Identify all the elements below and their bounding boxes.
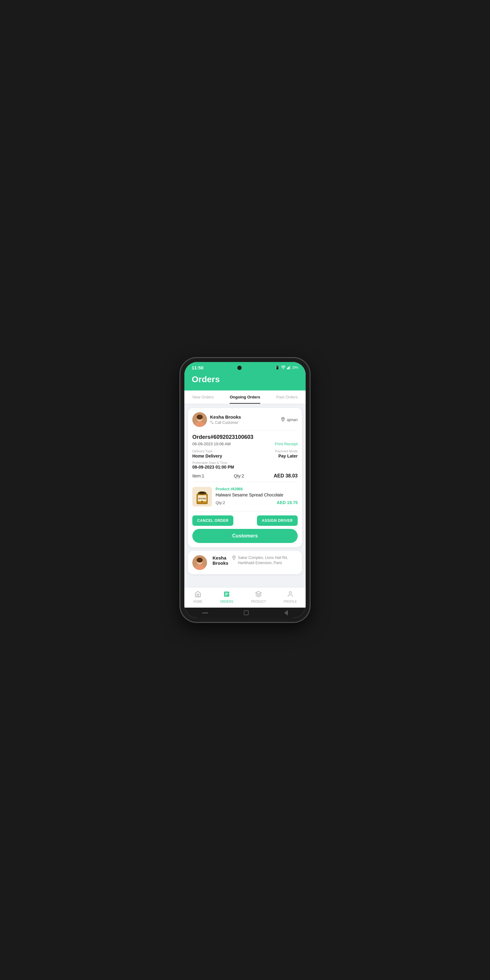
second-location-text: Sakar Complex, Lions Hall Rd, Haribhakti…: [238, 555, 298, 566]
action-buttons: CANCEL ORDER ASSIGN DRIVER: [192, 515, 298, 526]
svg-rect-0: [287, 368, 288, 369]
preferable-label: Preferable Date & Time: [192, 461, 298, 465]
svg-point-7: [197, 415, 203, 420]
android-back-btn[interactable]: [284, 610, 288, 616]
customer-location: ajman: [280, 417, 298, 423]
print-receipt-button[interactable]: Print Receipt: [275, 442, 298, 446]
customer-info: Kesha Brooks Call Customer: [210, 414, 241, 425]
second-order-card: Kesha Brooks Sakar Complex, Lions Hall R…: [188, 551, 302, 574]
order-date: 06-09-2023 10:06 AM: [192, 442, 231, 446]
delivery-payment-row: Delivery Type Home Delivery Payment Mode…: [192, 449, 298, 458]
product-details: Product #63966 Halwani Sesame Spread Cho…: [216, 487, 298, 505]
app-header: Orders: [185, 372, 305, 390]
order-card: Kesha Brooks Call Customer: [188, 408, 302, 547]
payment-mode-label: Payment Mode: [275, 449, 298, 453]
product-icon: [255, 591, 262, 599]
order-number: Orders#6092023100603: [192, 434, 298, 441]
delivery-type-value: Home Delivery: [192, 453, 222, 458]
product-name: Halwani Sesame Spread Chocolate: [216, 492, 298, 498]
product-price: AED 19.75: [277, 500, 298, 505]
preferable-value: 08-09-2023 01:00 PM: [192, 465, 298, 469]
svg-point-14: [201, 501, 203, 503]
second-customer-name: Kesha Brooks: [213, 555, 229, 566]
total-amount: AED 38.03: [274, 473, 298, 479]
tabs-bar: New Orders Ongoing Orders Past Orders: [185, 390, 305, 404]
payment-block: Payment Mode Pay Later: [275, 449, 298, 458]
location-pin-icon: [280, 417, 285, 423]
svg-rect-20: [225, 593, 228, 593]
svg-rect-3: [290, 366, 290, 369]
second-location-pin-icon: [232, 555, 236, 562]
svg-text:SESAME: SESAME: [198, 498, 206, 500]
summary-row: Item:1 Qty:2 AED 38.03: [192, 473, 298, 479]
qty-count: Qty:2: [234, 474, 244, 478]
phone-frame: 11:50 📳 29%: [181, 358, 309, 622]
order-meta-row: 06-09-2023 10:06 AM Print Receipt: [192, 442, 298, 446]
nav-orders[interactable]: ORDERS: [220, 591, 233, 603]
android-menu-btn[interactable]: [202, 612, 208, 613]
assign-driver-button[interactable]: ASSIGN DRIVER: [257, 515, 298, 526]
status-icons: 📳 29%: [275, 366, 298, 370]
android-home-btn[interactable]: [244, 610, 249, 615]
call-customer-label: Call Customer: [215, 420, 238, 425]
svg-point-18: [197, 558, 203, 563]
product-qty-price: Qty:2 AED 19.75: [216, 500, 298, 505]
home-icon: [194, 591, 201, 599]
phone-icon: [210, 420, 214, 425]
profile-icon: [287, 591, 294, 599]
battery-icon: 29%: [292, 366, 298, 369]
orders-icon: [223, 591, 230, 599]
status-bar: 11:50 📳 29%: [185, 362, 305, 372]
customer-city: ajman: [287, 417, 298, 422]
content-area: Kesha Brooks Call Customer: [185, 404, 305, 587]
product-image: SESAME: [192, 487, 212, 506]
divider-1: [192, 482, 298, 482]
preview-customer-row: Kesha Brooks Sakar Complex, Lions Hall R…: [192, 555, 298, 570]
status-time: 11:50: [192, 365, 204, 370]
phone-screen: 11:50 📳 29%: [185, 362, 305, 618]
svg-rect-22: [225, 595, 227, 596]
nav-profile[interactable]: PROFILE: [283, 591, 297, 603]
avatar: [192, 412, 207, 427]
vibrate-icon: 📳: [275, 366, 280, 370]
profile-label: PROFILE: [283, 600, 297, 603]
svg-rect-2: [289, 366, 290, 369]
signal-icon: [287, 366, 291, 370]
product-id: Product #63966: [216, 487, 298, 491]
customer-name: Kesha Brooks: [210, 414, 241, 420]
svg-rect-1: [288, 367, 288, 369]
customers-button[interactable]: Customers: [192, 529, 298, 543]
product-label: PRODUCT: [251, 600, 266, 603]
customer-left: Kesha Brooks Call Customer: [192, 412, 241, 427]
payment-mode-value: Pay Later: [278, 453, 298, 458]
cancel-order-button[interactable]: CANCEL ORDER: [192, 515, 233, 526]
second-avatar: [192, 555, 207, 570]
nav-home[interactable]: HOME: [193, 591, 202, 603]
camera-notch: [237, 366, 242, 370]
preferable-row: Preferable Date & Time 08-09-2023 01:00 …: [192, 461, 298, 469]
svg-marker-23: [256, 591, 261, 594]
tab-past-orders[interactable]: Past Orders: [276, 395, 298, 404]
svg-point-24: [289, 592, 291, 594]
svg-rect-12: [200, 492, 205, 493]
call-row[interactable]: Call Customer: [210, 420, 241, 425]
product-qty: Qty:2: [216, 500, 225, 505]
item-count: Item:1: [192, 474, 204, 478]
tab-new-orders[interactable]: New Orders: [192, 395, 213, 404]
customer-row: Kesha Brooks Call Customer: [192, 412, 298, 431]
product-item: SESAME Product #63966 Halwani Sesame Spr…: [192, 485, 298, 509]
delivery-type-label: Delivery Type: [192, 449, 222, 453]
page-title: Orders: [192, 375, 298, 384]
delivery-block: Delivery Type Home Delivery: [192, 449, 222, 458]
bottom-nav: HOME ORDERS: [185, 587, 305, 608]
nav-product[interactable]: PRODUCT: [251, 591, 266, 603]
wifi-icon: [281, 366, 285, 370]
tab-ongoing-orders[interactable]: Ongoing Orders: [230, 395, 260, 404]
home-label: HOME: [193, 600, 202, 603]
android-nav-bar: [185, 608, 305, 618]
svg-rect-21: [225, 594, 228, 595]
divider-2: [192, 511, 298, 512]
orders-label: ORDERS: [220, 600, 233, 603]
